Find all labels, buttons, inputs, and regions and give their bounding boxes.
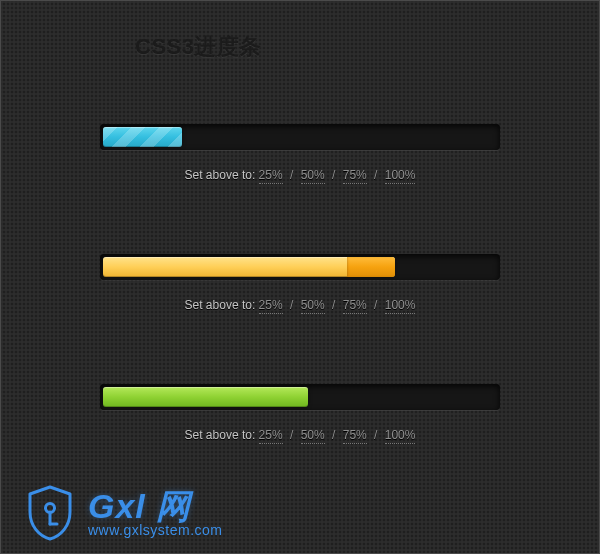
- controls-label: Set above to:: [185, 168, 256, 182]
- set-25-link[interactable]: 25%: [259, 298, 283, 314]
- set-100-link[interactable]: 100%: [385, 298, 416, 314]
- progress-track-yellow: [100, 254, 500, 280]
- set-75-link[interactable]: 75%: [343, 168, 367, 184]
- separator: /: [332, 168, 335, 182]
- separator: /: [374, 298, 377, 312]
- progress-track-cyan: [100, 124, 500, 150]
- progress-fill-green: [103, 387, 308, 407]
- controls-label: Set above to:: [185, 298, 256, 312]
- progress-controls-green: Set above to: 25% / 50% / 75% / 100%: [100, 428, 500, 442]
- separator: /: [374, 168, 377, 182]
- progress-track-green: [100, 384, 500, 410]
- page-title: CSS3进度条: [135, 32, 262, 62]
- watermark-brand: Gxl 网: [88, 489, 223, 525]
- progress-fill-yellow: [103, 257, 395, 277]
- progress-controls-yellow: Set above to: 25% / 50% / 75% / 100%: [100, 298, 500, 312]
- set-75-link[interactable]: 75%: [343, 428, 367, 444]
- separator: /: [374, 428, 377, 442]
- progress-trail-yellow: [347, 257, 395, 277]
- set-100-link[interactable]: 100%: [385, 168, 416, 184]
- progress-controls-cyan: Set above to: 25% / 50% / 75% / 100%: [100, 168, 500, 182]
- controls-label: Set above to:: [185, 428, 256, 442]
- set-50-link[interactable]: 50%: [301, 168, 325, 184]
- watermark-text: Gxl 网 www.gxlsystem.com: [88, 489, 223, 537]
- watermark: Gxl 网 www.gxlsystem.com: [24, 484, 223, 542]
- separator: /: [290, 168, 293, 182]
- set-50-link[interactable]: 50%: [301, 298, 325, 314]
- watermark-url: www.gxlsystem.com: [88, 523, 223, 538]
- separator: /: [290, 298, 293, 312]
- set-100-link[interactable]: 100%: [385, 428, 416, 444]
- separator: /: [290, 428, 293, 442]
- set-50-link[interactable]: 50%: [301, 428, 325, 444]
- shield-icon: [24, 484, 76, 542]
- progress-fill-cyan: [103, 127, 182, 147]
- set-25-link[interactable]: 25%: [259, 168, 283, 184]
- set-75-link[interactable]: 75%: [343, 298, 367, 314]
- set-25-link[interactable]: 25%: [259, 428, 283, 444]
- separator: /: [332, 428, 335, 442]
- separator: /: [332, 298, 335, 312]
